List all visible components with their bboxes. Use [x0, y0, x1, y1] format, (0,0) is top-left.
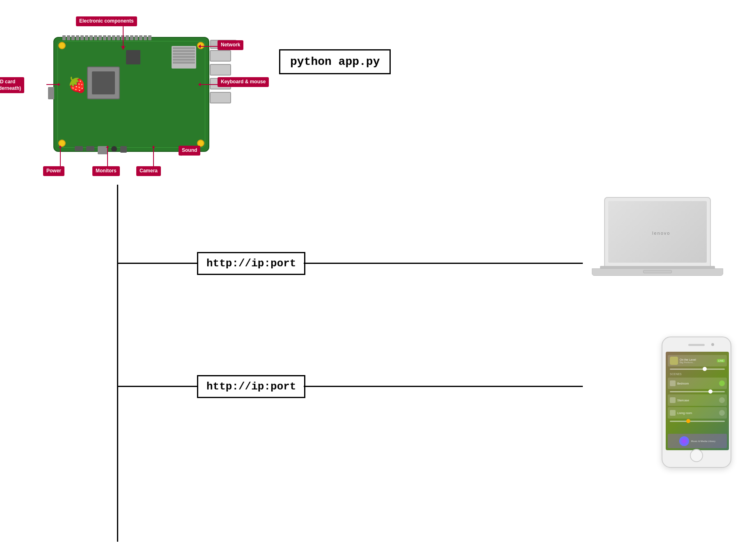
label-camera: Camera — [136, 166, 161, 176]
phone-room1-thumb — [708, 389, 712, 394]
laptop-trackpad — [643, 270, 672, 273]
heatsink — [172, 46, 196, 69]
label-electronic-components: Electronic components — [76, 16, 137, 26]
phone-room-toggle-2 — [719, 397, 725, 403]
phone-room-label-1: Bedroom — [677, 382, 717, 385]
hdmi-port — [75, 146, 83, 151]
svg-marker-3 — [198, 44, 201, 48]
phone-slider-thumb — [703, 367, 707, 371]
phone-room-toggle-1 — [719, 380, 725, 386]
python-command-box: python app.py — [279, 49, 391, 74]
label-network: Network — [218, 40, 243, 50]
url-text-1: http://ip:port — [206, 257, 296, 270]
cpu-chip — [87, 66, 120, 99]
phone-media-library-text: Music & Media Library — [691, 440, 715, 442]
hdmi-port-2 — [86, 146, 94, 151]
phone-siri-icon — [679, 436, 689, 446]
laptop-image: lenovo — [592, 197, 723, 295]
python-command-text: python app.py — [290, 55, 380, 68]
phone-sections-label: SCENES — [668, 372, 727, 376]
phone-row-bedroom: Bedroom — [668, 378, 727, 389]
phone-body: On the Level Big Perform... LIVE SCENES … — [662, 337, 731, 468]
branch-line-2-right — [304, 386, 583, 387]
phone-siri-bar: Music & Media Library — [668, 434, 727, 448]
small-chip — [126, 50, 140, 64]
phone-progress-slider — [670, 369, 725, 370]
branch-line-1-right — [304, 263, 583, 264]
phone-song-sub: Big Perform... — [680, 361, 715, 364]
pi-board: 🍓 — [53, 37, 209, 152]
label-sd-card: SD card (underneath) — [0, 77, 24, 93]
svg-marker-1 — [121, 46, 125, 50]
svg-marker-15 — [179, 153, 181, 156]
mounting-hole-tl — [58, 42, 66, 49]
phone-song-title: On the Level — [680, 358, 715, 361]
trunk-line — [117, 185, 118, 542]
phone-row-playing: On the Level Big Perform... LIVE — [668, 355, 727, 366]
phone-screen-content: On the Level Big Perform... LIVE SCENES … — [666, 352, 729, 450]
raspberry-pi-diagram: 🍓 — [12, 12, 250, 185]
branch-line-1-left — [117, 263, 199, 264]
phone-row-livingroom: Living room — [668, 407, 727, 419]
raspberry-logo: 🍓 — [66, 75, 87, 95]
sd-card-slot — [48, 87, 54, 99]
usb-ports — [210, 50, 231, 103]
branch-line-2-left — [117, 386, 199, 387]
laptop-screen: lenovo — [604, 197, 711, 267]
phone-room-toggle-3 — [719, 410, 725, 416]
phone-room-label-2: Staircase — [677, 399, 717, 402]
phone-room3-slider — [670, 421, 725, 422]
svg-marker-11 — [106, 146, 109, 148]
phone-room-icon-2 — [670, 397, 676, 403]
phone-room-label-3: Living room — [677, 412, 717, 414]
phone-room3-thumb — [686, 419, 690, 423]
laptop-brand-logo: lenovo — [652, 231, 670, 236]
bottom-connectors — [75, 146, 127, 154]
phone-home-button[interactable] — [690, 449, 703, 462]
phone-row-staircase: Staircase — [668, 394, 727, 406]
svg-marker-5 — [198, 82, 201, 87]
camera-port — [120, 146, 127, 153]
label-keyboard-mouse: Keyboard & mouse — [218, 77, 269, 87]
phone-image: On the Level Big Perform... LIVE SCENES … — [662, 337, 731, 468]
phone-room1-slider — [670, 391, 725, 392]
phone-room-icon-1 — [670, 380, 676, 386]
phone-live-badge: LIVE — [717, 359, 725, 362]
phone-album-art — [670, 357, 678, 365]
svg-marker-9 — [59, 146, 62, 148]
svg-marker-13 — [152, 146, 155, 148]
phone-screen: On the Level Big Perform... LIVE SCENES … — [666, 352, 729, 450]
url-box-2: http://ip:port — [197, 375, 305, 398]
phone-room-icon-3 — [670, 410, 676, 416]
audio-jack — [111, 146, 117, 152]
phone-camera — [711, 343, 714, 346]
phone-speaker — [688, 344, 705, 346]
url-text-2: http://ip:port — [206, 380, 296, 393]
url-box-1: http://ip:port — [197, 252, 305, 275]
